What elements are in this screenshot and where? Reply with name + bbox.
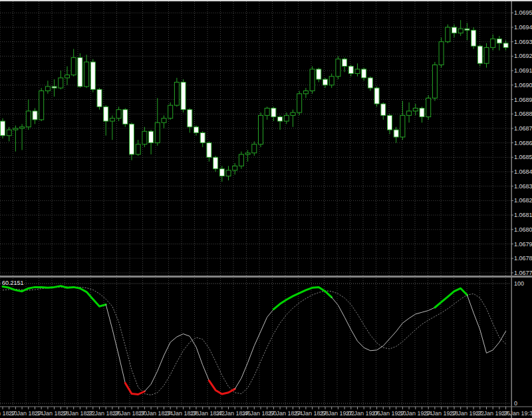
candle-bull	[84, 62, 89, 87]
candle-bull	[284, 115, 289, 121]
candle-bear	[420, 108, 424, 117]
candle-bear	[465, 29, 469, 30]
candle-bull	[484, 47, 489, 63]
candle-bear	[194, 127, 199, 133]
candle-bear	[323, 79, 328, 85]
candle-bull	[491, 39, 495, 47]
candle-bull	[336, 59, 340, 77]
candle-bull	[168, 105, 173, 118]
candle-bear	[368, 78, 372, 88]
candle-bull	[458, 29, 463, 33]
candle-bear	[342, 59, 347, 67]
price-axis-label: 1.06885	[514, 110, 532, 117]
price-axis-label: 1.06815	[514, 212, 532, 218]
candle-bull	[116, 110, 121, 118]
price-axis-label: 1.06925	[514, 53, 532, 59]
candle-bear	[90, 62, 95, 89]
price-axis-label: 1.06855	[514, 154, 532, 160]
candle-bull	[291, 112, 295, 115]
candle-bull	[400, 115, 405, 137]
candle-bull	[155, 122, 160, 142]
price-axis-label: 1.06945	[514, 24, 532, 31]
candle-bear	[471, 30, 476, 46]
price-axis-label: 1.06835	[514, 183, 532, 190]
candle-bull	[329, 77, 334, 85]
candle-bull	[432, 65, 437, 98]
price-axis-label: 1.06935	[514, 39, 532, 45]
candle-bull	[162, 118, 166, 123]
candle-bull	[265, 108, 269, 116]
chart-canvas[interactable]: 1.069551.069451.069351.069251.069151.069…	[0, 0, 532, 418]
price-axis-label: 1.06915	[514, 67, 532, 74]
candle-bull	[142, 131, 147, 144]
candle-bear	[394, 130, 398, 137]
candle-bull	[7, 130, 11, 136]
candle-bull	[252, 144, 257, 153]
candle-bull	[65, 75, 70, 78]
candle-bull	[136, 144, 140, 154]
candle-bear	[213, 157, 218, 168]
candle-bear	[130, 124, 134, 154]
time-axis-label: 27 Jan 19:30	[501, 410, 532, 417]
candle-bull	[71, 58, 76, 75]
candle-bear	[348, 67, 353, 74]
price-axis-label: 1.06825	[514, 197, 532, 204]
candle-bull	[259, 115, 263, 144]
candle-bull	[303, 91, 308, 93]
candle-bear	[52, 87, 57, 88]
price-axis-label: 1.06845	[514, 168, 532, 175]
candle-bear	[219, 169, 224, 176]
candle-bull	[239, 154, 243, 166]
candle-bull	[297, 94, 302, 112]
candle-bear	[181, 82, 186, 109]
candle-bull	[13, 128, 18, 130]
trading-chart-window: 1.069551.069451.069351.069251.069151.069…	[0, 0, 532, 418]
candle-bear	[97, 89, 102, 106]
candle-bull	[233, 166, 237, 170]
candle-bear	[200, 132, 205, 142]
candle-bear	[271, 108, 276, 117]
candle-bull	[245, 153, 250, 154]
candle-bear	[477, 46, 482, 63]
candle-bear	[104, 106, 108, 121]
indicator-scale-label: 0	[514, 400, 517, 407]
candle-bear	[1, 121, 5, 136]
price-axis-label: 1.06865	[514, 140, 532, 146]
candle-bull	[310, 69, 315, 91]
candle-bull	[413, 108, 418, 111]
candle-bear	[374, 88, 379, 104]
candle-bear	[503, 43, 508, 48]
candle-bear	[149, 131, 154, 142]
candle-bear	[362, 69, 366, 78]
indicator-scale-label: 100	[514, 280, 524, 287]
window-top-border	[0, 0, 532, 1]
price-axis-label: 1.06955	[514, 9, 532, 16]
candle-bear	[78, 58, 82, 87]
candle-bear	[317, 69, 321, 79]
candle-bear	[497, 39, 501, 43]
price-axis-label: 1.06795	[514, 241, 532, 248]
candle-bull	[59, 78, 63, 88]
candle-bull	[426, 98, 431, 116]
price-axis-label: 1.06875	[514, 125, 532, 132]
candle-bull	[45, 87, 50, 91]
candle-bull	[439, 42, 444, 65]
price-axis-label: 1.06905	[514, 82, 532, 89]
candle-bull	[226, 170, 231, 176]
candle-bull	[39, 91, 44, 119]
candle-bull	[110, 118, 114, 121]
price-axis-label: 1.06805	[514, 226, 532, 233]
candle-bull	[355, 69, 360, 74]
candle-bear	[207, 143, 211, 158]
price-axis-label: 1.06785	[514, 255, 532, 262]
price-axis-line	[511, 0, 513, 418]
price-axis-label: 1.06775	[514, 270, 532, 276]
candle-bull	[26, 111, 31, 127]
candle-bear	[188, 110, 192, 127]
candle-bull	[174, 82, 179, 105]
price-axis-label: 1.06895	[514, 97, 532, 103]
panel-separator[interactable]	[0, 276, 532, 278]
candle-bear	[278, 117, 283, 122]
candle-bear	[452, 27, 457, 33]
candle-bear	[33, 111, 37, 120]
